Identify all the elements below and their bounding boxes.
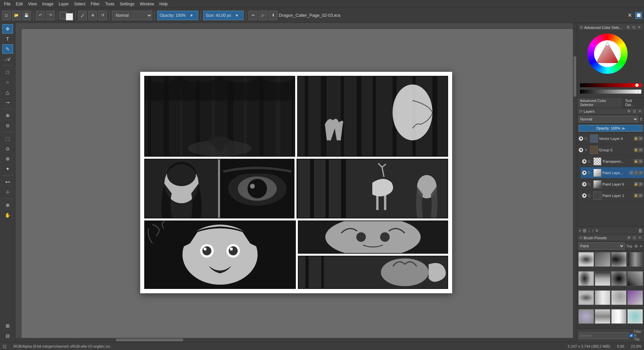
- brush-category-select[interactable]: Paint: [579, 242, 625, 250]
- layer-menu-button[interactable]: ≡: [595, 228, 598, 233]
- tool-select-lasso[interactable]: ⊛: [2, 154, 13, 163]
- layer-eye-vector4[interactable]: [579, 136, 583, 141]
- h-scroll-thumb[interactable]: [116, 339, 183, 341]
- brush-swatch-9[interactable]: [578, 290, 594, 305]
- tool-pan[interactable]: ✋: [2, 210, 13, 220]
- brush-more-button[interactable]: ≡: [639, 244, 643, 248]
- brush-swatch-2[interactable]: [595, 252, 610, 267]
- layer-lock-p1[interactable]: 🔒: [634, 194, 638, 198]
- layer-expand-g5[interactable]: ▼: [584, 148, 589, 152]
- layer-item-paint-active[interactable]: ⊡ Paint Laye... ⊡ ⊡ ≫: [581, 167, 644, 179]
- brush-swatch-8[interactable]: [627, 271, 643, 286]
- layer-more-pa[interactable]: ≫: [639, 171, 643, 175]
- layer-more-p1[interactable]: ≫: [639, 194, 643, 198]
- tool-paint[interactable]: ✎: [2, 44, 13, 54]
- file-close-button[interactable]: ✕: [626, 12, 634, 18]
- layer-item-vector4[interactable]: ⊡ Vector Layer 4 🔒 ≫: [577, 133, 644, 144]
- brush-close[interactable]: ✕: [638, 236, 642, 240]
- layer-blend-mode[interactable]: Normal: [579, 116, 638, 122]
- opacity-dropdown[interactable]: ▼: [187, 12, 196, 19]
- layer-more-p6[interactable]: ≫: [639, 182, 643, 186]
- brush-swatch-14[interactable]: [595, 309, 610, 324]
- tool-move[interactable]: ✥: [2, 24, 13, 34]
- layer-item-group5[interactable]: ▼ Group 5 🔒 ≫: [577, 144, 644, 156]
- tool-fill[interactable]: ⊕: [2, 111, 13, 120]
- tool-transform[interactable]: ⊹: [2, 187, 13, 197]
- white-slider[interactable]: [580, 90, 641, 94]
- menu-image[interactable]: Image: [40, 1, 56, 7]
- tab-advanced-color[interactable]: Advanced Color Selector: [577, 98, 623, 108]
- align-button[interactable]: ⬇: [269, 11, 277, 20]
- layer-eye-paint1[interactable]: [582, 193, 587, 198]
- tool-select-ellipse[interactable]: ⊙: [2, 144, 13, 153]
- opacity-more-btn[interactable]: ≫: [622, 127, 625, 130]
- filter-in-tag-checkbox[interactable]: [630, 334, 633, 337]
- canvas-content[interactable]: [140, 72, 452, 293]
- opacity-display[interactable]: Opacity: 100% ≫: [579, 125, 643, 132]
- tool-misc2[interactable]: ⊟: [2, 331, 13, 341]
- tool-select-rect[interactable]: ⬚: [2, 134, 13, 143]
- tool-path[interactable]: ⊸: [2, 98, 13, 107]
- menu-file[interactable]: File: [1, 1, 13, 7]
- flip-h-button[interactable]: ⇔: [249, 11, 257, 20]
- color-triangle-container[interactable]: [594, 40, 621, 67]
- move-down-button[interactable]: ↓: [588, 228, 590, 233]
- flip-v-button[interactable]: ▷: [259, 11, 267, 20]
- color-selector-detach[interactable]: ⊡: [632, 25, 636, 30]
- brush-swatch-6[interactable]: [595, 271, 610, 286]
- layers-close[interactable]: ✕: [638, 109, 642, 113]
- tool-smart-patch[interactable]: ✦: [2, 164, 13, 173]
- layer-more-g5[interactable]: ≫: [639, 148, 643, 152]
- menu-help[interactable]: Help: [157, 1, 170, 7]
- color-selector-settings[interactable]: ⚙: [626, 25, 631, 30]
- layer-more-t[interactable]: ≫: [639, 159, 643, 163]
- delete-layer-button[interactable]: 🗑: [638, 228, 643, 233]
- brush-swatch-5[interactable]: [578, 271, 594, 286]
- brush-swatch-3[interactable]: [611, 252, 627, 267]
- layer-eye-paint6[interactable]: [582, 182, 587, 187]
- menu-view[interactable]: View: [25, 1, 40, 7]
- tool-gradient[interactable]: ⊝: [2, 121, 13, 130]
- color-selector-close[interactable]: ✕: [637, 25, 641, 30]
- layer-eye-paint-active[interactable]: [582, 170, 587, 175]
- layers-detach[interactable]: ⊡: [632, 109, 637, 113]
- maximize-button[interactable]: ⬜: [635, 12, 642, 19]
- brush-swatch-4[interactable]: [627, 252, 643, 267]
- menu-filter[interactable]: Filter: [88, 1, 103, 7]
- tab-tool-options[interactable]: Tool Opt...: [623, 98, 644, 108]
- brush-detach[interactable]: ⊡: [632, 236, 637, 240]
- layer-lock-t[interactable]: 🔒: [634, 159, 638, 163]
- color-wheel-container[interactable]: [579, 31, 643, 82]
- layer-eye-transparent[interactable]: [582, 159, 587, 164]
- add-group-button[interactable]: ⊞: [583, 228, 587, 233]
- vertical-scrollbar[interactable]: [573, 23, 577, 338]
- layer-lock-p6[interactable]: 🔒: [634, 182, 638, 186]
- brush-swatch-10[interactable]: [595, 290, 610, 305]
- brush-swatch-15[interactable]: [611, 309, 627, 324]
- layer-alpha-lock-pa[interactable]: ⊡: [634, 171, 638, 175]
- brush-swatch-12[interactable]: [627, 290, 643, 305]
- color-wheel-wrapper[interactable]: [587, 34, 634, 81]
- erase-button[interactable]: ⊗: [88, 11, 97, 20]
- tool-misc1[interactable]: ⊞: [2, 321, 13, 331]
- tool-ellipse[interactable]: ○: [2, 78, 13, 87]
- tool-polygon[interactable]: △: [2, 88, 13, 97]
- layer-lock-g5[interactable]: 🔒: [634, 148, 638, 152]
- brush-tag-button[interactable]: Tag: [626, 244, 633, 248]
- layer-more-v4[interactable]: ≫: [639, 137, 643, 141]
- blend-mode-select[interactable]: Normal: [112, 11, 152, 20]
- filter-in-tag-label[interactable]: Filter in Tag: [630, 330, 643, 341]
- open-file-button[interactable]: 📂: [12, 11, 21, 20]
- brush-swatch-13[interactable]: [578, 309, 594, 324]
- background-color[interactable]: [66, 13, 73, 20]
- tool-text[interactable]: T: [2, 34, 13, 44]
- layer-item-paint6[interactable]: ⊡ Paint Layer 6 🔒 ≫: [581, 179, 644, 190]
- brush-swatch-11[interactable]: [611, 290, 627, 305]
- layers-settings[interactable]: ⚙: [627, 109, 631, 113]
- brush-settings[interactable]: ⚙: [627, 236, 631, 240]
- brush-view-button[interactable]: ⊞: [634, 244, 638, 248]
- brush-swatch-16[interactable]: [627, 309, 643, 324]
- red-slider[interactable]: [580, 83, 641, 87]
- color-wheel[interactable]: [587, 34, 628, 74]
- layer-item-transparent[interactable]: ⊡ Transparen... 🔒 ≫: [581, 156, 644, 167]
